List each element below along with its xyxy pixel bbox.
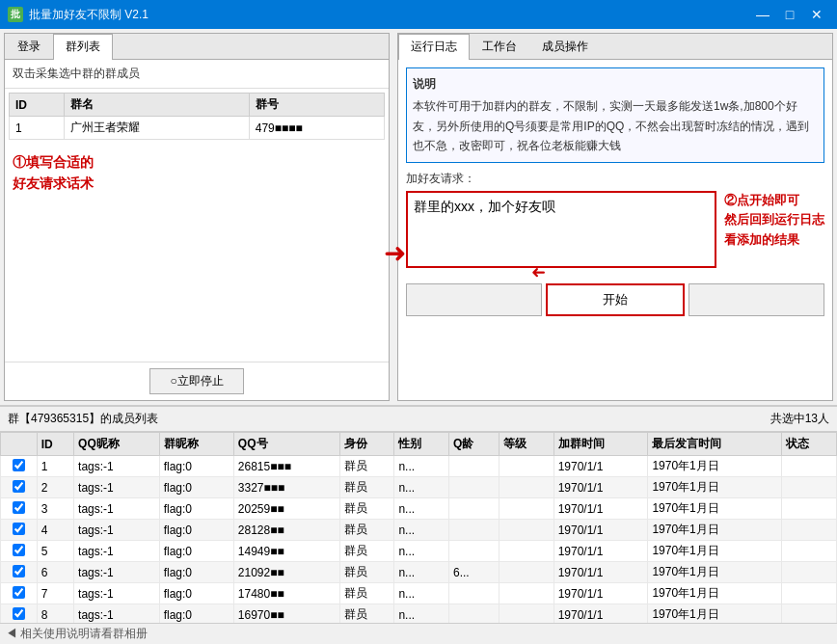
row-qq-nick: tags:-1 (74, 498, 160, 520)
bottom-panel: 群【479365315】的成员列表 共选中13人 ID QQ昵称 群昵称 QQ号… (0, 405, 837, 644)
tab-run-log[interactable]: 运行日志 (398, 34, 470, 60)
table-row[interactable]: 4 tags:-1 flag:0 28128■■ 群员 n... 1970/1/… (1, 520, 837, 541)
row-status (782, 498, 837, 520)
row-age (449, 520, 500, 541)
row-qqnum: 16970■■ (233, 604, 339, 624)
row-id: 8 (37, 604, 73, 624)
table-row[interactable]: 2 tags:-1 flag:0 3327■■■ 群员 n... 1970/1/… (1, 477, 837, 498)
app-title: 批量加好友不限制 V2.1 (29, 7, 148, 23)
group-table: ID 群名 群号 1 广州王者荣耀 479■■■■ (9, 93, 385, 140)
table-row[interactable]: 7 tags:-1 flag:0 17480■■ 群员 n... 1970/1/… (1, 583, 837, 604)
row-last: 1970年1月日 (648, 583, 782, 604)
tab-workbench[interactable]: 工作台 (470, 34, 529, 59)
row-role: 群员 (339, 456, 394, 477)
row-level (500, 604, 554, 624)
start-btn-main[interactable]: 开始 (546, 283, 684, 316)
table-row[interactable]: 6 tags:-1 flag:0 21092■■ 群员 n... 6... 19… (1, 562, 837, 583)
row-last: 1970年1月日 (648, 498, 782, 520)
row-checkbox[interactable] (1, 477, 38, 498)
row-join: 1970/1/1 (554, 562, 648, 583)
row-join: 1970/1/1 (554, 477, 648, 498)
stop-button[interactable]: ○立即停止 (149, 368, 243, 394)
col-role: 身份 (339, 433, 394, 456)
row-level (500, 562, 554, 583)
col-mid: ID (37, 433, 73, 456)
tab-group-list[interactable]: 群列表 (53, 34, 113, 60)
row-status (782, 520, 837, 541)
row-gender: n... (394, 604, 449, 624)
col-level: 等级 (500, 433, 554, 456)
friend-request-input[interactable]: 群里的xxx，加个好友呗 (406, 191, 716, 268)
row-last: 1970年1月日 (648, 541, 782, 562)
right-panel: 运行日志 工作台 成员操作 说明 本软件可用于加群内的群友，不限制，实测一天最多… (397, 33, 833, 401)
row-role: 群员 (339, 477, 394, 498)
minimize-button[interactable]: — (750, 5, 775, 24)
maximize-button[interactable]: □ (777, 5, 802, 24)
row-checkbox[interactable] (1, 498, 38, 520)
row-qq-nick: tags:-1 (74, 456, 160, 477)
row-status (782, 604, 837, 624)
col-last: 最后发言时间 (648, 433, 782, 456)
group-name: 广州王者荣耀 (64, 117, 249, 140)
col-group-nick: 群昵称 (159, 433, 233, 456)
row-qqnum: 28128■■ (233, 520, 339, 541)
title-bar: 批 批量加好友不限制 V2.1 — □ ✕ (0, 0, 837, 29)
col-qqnum: QQ号 (233, 433, 339, 456)
row-age (449, 498, 500, 520)
row-status (782, 456, 837, 477)
group-row[interactable]: 1 广州王者荣耀 479■■■■ (10, 117, 385, 140)
row-age (449, 456, 500, 477)
tab-login[interactable]: 登录 (5, 34, 53, 59)
arrow-right-icon: ➜ (384, 237, 406, 269)
row-join: 1970/1/1 (554, 604, 648, 624)
start-btn-left[interactable] (406, 283, 542, 316)
row-group-nick: flag:0 (159, 583, 233, 604)
row-level (500, 477, 554, 498)
left-panel: 登录 群列表 双击采集选中群的群成员 ID 群名 群号 1 (4, 33, 390, 401)
row-group-nick: flag:0 (159, 520, 233, 541)
row-checkbox[interactable] (1, 456, 38, 477)
row-join: 1970/1/1 (554, 520, 648, 541)
row-checkbox[interactable] (1, 520, 38, 541)
tab-member-ops[interactable]: 成员操作 (529, 34, 601, 59)
row-gender: n... (394, 583, 449, 604)
row-qqnum: 14949■■ (233, 541, 339, 562)
table-row[interactable]: 5 tags:-1 flag:0 14949■■ 群员 n... 1970/1/… (1, 541, 837, 562)
row-id: 2 (37, 477, 73, 498)
title-controls: — □ ✕ (750, 5, 829, 24)
member-table: ID QQ昵称 群昵称 QQ号 身份 性别 Q龄 等级 加群时间 最后发言时间 … (0, 432, 837, 623)
row-last: 1970年1月日 (648, 562, 782, 583)
col-gender: 性别 (394, 433, 449, 456)
row-checkbox[interactable] (1, 562, 38, 583)
row-join: 1970/1/1 (554, 498, 648, 520)
row-checkbox[interactable] (1, 541, 38, 562)
row-gender: n... (394, 562, 449, 583)
table-row[interactable]: 1 tags:-1 flag:0 26815■■■ 群员 n... 1970/1… (1, 456, 837, 477)
row-qqnum: 26815■■■ (233, 456, 339, 477)
row-id: 3 (37, 498, 73, 520)
table-row[interactable]: 8 tags:-1 flag:0 16970■■ 群员 n... 1970/1/… (1, 604, 837, 624)
col-number: 群号 (249, 94, 384, 117)
instruction-text-1: ①填写合适的好友请求话术 (13, 151, 381, 195)
arrow-down-icon: ➜ (531, 262, 546, 283)
table-row[interactable]: 3 tags:-1 flag:0 20259■■ 群员 n... 1970/1/… (1, 498, 837, 520)
close-button[interactable]: ✕ (804, 5, 829, 24)
start-btn-right[interactable] (688, 283, 824, 316)
row-status (782, 583, 837, 604)
row-checkbox[interactable] (1, 604, 38, 624)
app-icon: 批 (8, 7, 23, 22)
status-bar: ◀ 相关使用说明请看群相册 (0, 623, 837, 644)
col-id: ID (10, 94, 65, 117)
row-qqnum: 21092■■ (233, 562, 339, 583)
row-group-nick: flag:0 (159, 456, 233, 477)
row-checkbox[interactable] (1, 583, 38, 604)
row-last: 1970年1月日 (648, 477, 782, 498)
friend-request-area: 群里的xxx，加个好友呗 ②点开始即可然后回到运行日志看添加的结果 ➜ (406, 191, 824, 268)
row-qqnum: 17480■■ (233, 583, 339, 604)
row-qq-nick: tags:-1 (74, 604, 160, 624)
group-member-title: 群【479365315】的成员列表 (8, 411, 158, 427)
row-gender: n... (394, 456, 449, 477)
row-level (500, 541, 554, 562)
desc-title: 说明 (413, 74, 818, 94)
bottom-header: 群【479365315】的成员列表 共选中13人 (0, 407, 837, 432)
